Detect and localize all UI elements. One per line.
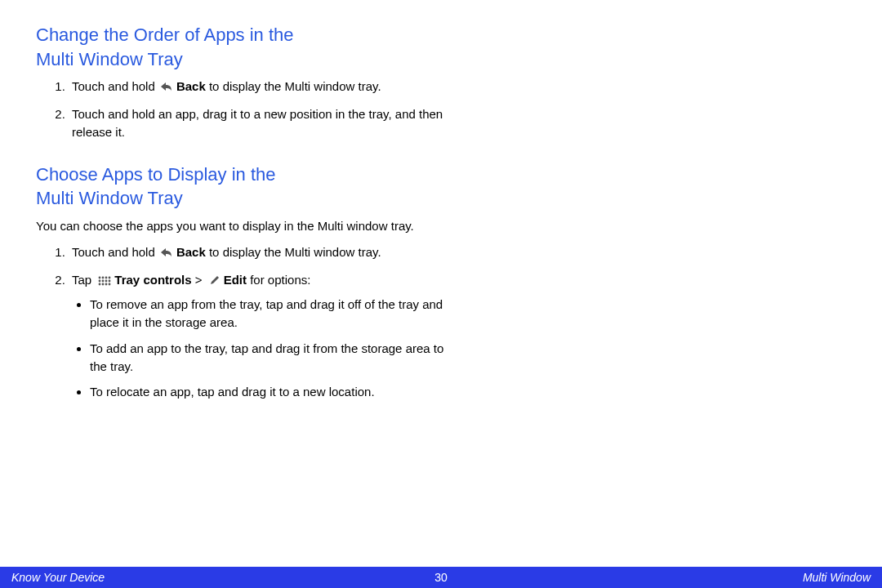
step-text-post: to display the Multi window tray. [206, 79, 381, 93]
step-text-post: to display the Multi window tray. [206, 245, 381, 259]
step-text-post: for options: [247, 273, 310, 287]
footer-right: Multi Window [448, 571, 882, 584]
step-item: Touch and hold Back to display the Multi… [69, 243, 454, 263]
svg-point-8 [99, 283, 101, 285]
steps-change-order: Touch and hold Back to display the Multi… [36, 78, 454, 140]
list-item: To remove an app from the tray, tap and … [90, 296, 454, 332]
step-text-pre: Tap [72, 273, 95, 287]
bullet-text: To add an app to the tray, tap and drag … [90, 341, 443, 373]
svg-point-10 [105, 283, 108, 285]
svg-point-5 [102, 279, 105, 282]
back-icon [160, 245, 173, 263]
heading-line2: Multi Window Tray [36, 49, 183, 69]
step-text-bold: Back [176, 79, 206, 93]
svg-point-3 [109, 276, 111, 278]
list-item: To add an app to the tray, tap and drag … [90, 340, 454, 376]
heading-line2: Multi Window Tray [36, 188, 183, 208]
intro-paragraph: You can choose the apps you want to disp… [36, 217, 454, 235]
back-icon [160, 79, 173, 97]
section-heading-choose-apps: Choose Apps to Display in the Multi Wind… [36, 163, 454, 211]
step-text-bold2: Edit [224, 273, 247, 287]
footer-left: Know Your Device [0, 571, 434, 584]
options-list: To remove an app from the tray, tap and … [72, 296, 454, 401]
svg-point-2 [105, 276, 108, 278]
svg-point-0 [99, 276, 101, 278]
list-item: To relocate an app, tap and drag it to a… [90, 383, 454, 401]
svg-point-7 [109, 279, 111, 282]
step-item: Tap Tray controls > Edit for options: To… [69, 271, 454, 402]
pencil-icon [209, 273, 220, 291]
svg-point-1 [102, 276, 105, 278]
footer-page-number: 30 [434, 571, 448, 584]
step-item: Touch and hold Back to display the Multi… [69, 78, 454, 97]
manual-page: Change the Order of Apps in the Multi Wi… [0, 0, 882, 588]
svg-point-11 [109, 283, 111, 285]
bullet-text: To relocate an app, tap and drag it to a… [90, 385, 375, 399]
dots-grid-icon [98, 274, 111, 292]
step-text: Touch and hold an app, drag it to a new … [72, 107, 443, 139]
svg-point-6 [105, 279, 108, 282]
step-text-bold: Back [176, 245, 206, 259]
heading-line1: Change the Order of Apps in the [36, 24, 294, 45]
steps-choose-apps: Touch and hold Back to display the Multi… [36, 243, 454, 401]
step-text-pre: Touch and hold [72, 245, 158, 259]
step-text-pre: Touch and hold [72, 79, 158, 93]
svg-point-4 [99, 279, 101, 282]
bullet-text: To remove an app from the tray, tap and … [90, 297, 443, 329]
page-content: Change the Order of Apps in the Multi Wi… [0, 0, 490, 401]
page-footer: Know Your Device 30 Multi Window [0, 567, 882, 588]
heading-line1: Choose Apps to Display in the [36, 164, 276, 185]
step-text-mid: > [192, 273, 206, 287]
section-heading-change-order: Change the Order of Apps in the Multi Wi… [36, 23, 454, 71]
svg-point-9 [102, 283, 105, 285]
step-text-bold1: Tray controls [114, 273, 191, 287]
step-item: Touch and hold an app, drag it to a new … [69, 105, 454, 141]
